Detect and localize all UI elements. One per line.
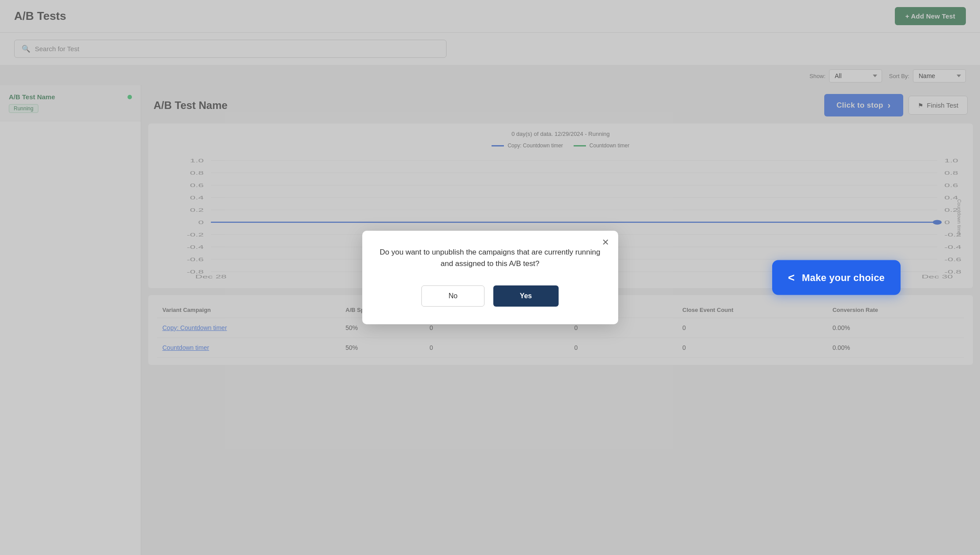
make-choice-bubble[interactable]: < Make your choice [772, 260, 901, 295]
make-choice-label: Make your choice [802, 272, 885, 283]
modal-no-button[interactable]: No [421, 285, 484, 307]
modal-dialog: ✕ Do you want to unpublish the campaigns… [362, 231, 618, 325]
modal-yes-button[interactable]: Yes [493, 285, 559, 307]
modal-question: Do you want to unpublish the campaigns t… [380, 247, 601, 270]
chevron-left-icon: < [788, 271, 795, 285]
modal-close-button[interactable]: ✕ [602, 238, 609, 247]
modal-buttons: No Yes [380, 285, 601, 307]
